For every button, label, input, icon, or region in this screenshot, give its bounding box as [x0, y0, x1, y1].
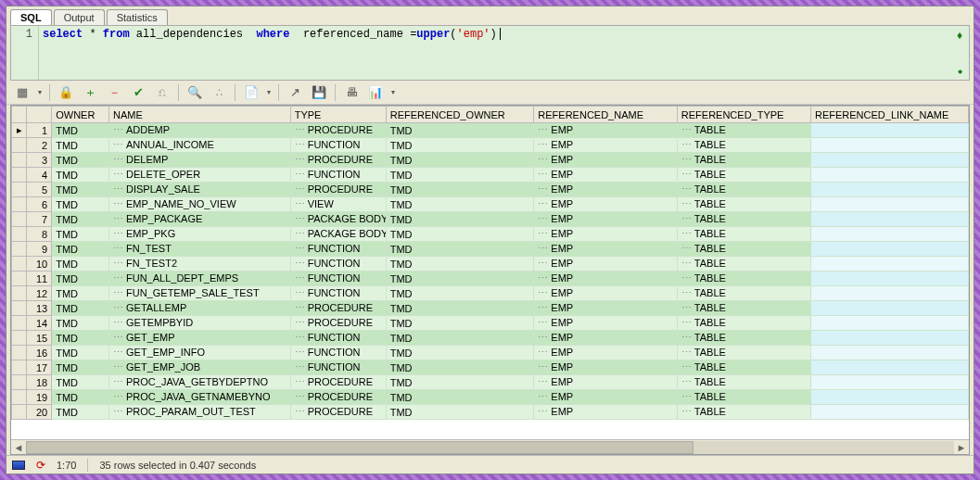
- cell-owner[interactable]: TMD: [52, 212, 109, 227]
- table-row[interactable]: 18TMD⋯PROC_JAVA_GETBYDEPTNO⋯PROCEDURETMD…: [12, 375, 969, 390]
- cell-ref-type[interactable]: ⋯TABLE: [677, 183, 810, 197]
- col-type[interactable]: TYPE: [290, 107, 386, 123]
- cell-ref-name[interactable]: ⋯EMP: [534, 227, 677, 242]
- nav-down-icon[interactable]: ⬥: [957, 64, 963, 77]
- cell-ref-type[interactable]: ⋯TABLE: [677, 390, 810, 405]
- cell-ref-owner[interactable]: TMD: [386, 138, 534, 153]
- cell-ref-owner[interactable]: TMD: [386, 153, 534, 168]
- cell-type[interactable]: ⋯FUNCTION: [290, 257, 386, 272]
- cell-ref-link[interactable]: [811, 346, 969, 360]
- cell-owner[interactable]: TMD: [52, 138, 109, 153]
- nav-up-icon[interactable]: ♦: [957, 29, 962, 42]
- cell-ref-link[interactable]: [811, 242, 969, 257]
- table-row[interactable]: 19TMD⋯PROC_JAVA_GETNAMEBYNO⋯PROCEDURETMD…: [12, 390, 969, 405]
- cell-name[interactable]: ⋯FN_TEST2: [109, 257, 291, 272]
- cell-ref-link[interactable]: [811, 183, 969, 197]
- cell-name[interactable]: ⋯FUN_GETEMP_SALE_TEST: [109, 286, 291, 301]
- cell-owner[interactable]: TMD: [52, 375, 109, 390]
- cell-type[interactable]: ⋯PROCEDURE: [290, 405, 386, 420]
- cell-ref-link[interactable]: [811, 316, 969, 331]
- cell-ref-link[interactable]: [811, 168, 969, 183]
- cell-type[interactable]: ⋯FUNCTION: [290, 286, 386, 301]
- cell-ref-type[interactable]: ⋯TABLE: [677, 286, 810, 301]
- scroll-left-icon[interactable]: ◄: [11, 442, 26, 453]
- cell-ref-owner[interactable]: TMD: [386, 242, 534, 257]
- cell-type[interactable]: ⋯PROCEDURE: [290, 183, 386, 197]
- tab-statistics[interactable]: Statistics: [107, 9, 168, 25]
- cell-owner[interactable]: TMD: [52, 360, 109, 375]
- cell-ref-owner[interactable]: TMD: [386, 123, 534, 138]
- cell-ref-name[interactable]: ⋯EMP: [534, 331, 677, 346]
- cell-name[interactable]: ⋯EMP_PKG: [109, 227, 291, 242]
- cell-type[interactable]: ⋯PACKAGE BODY: [290, 212, 386, 227]
- cell-ref-owner[interactable]: TMD: [386, 405, 534, 420]
- cell-name[interactable]: ⋯ANNUAL_INCOME: [109, 138, 291, 153]
- cell-ref-link[interactable]: [811, 257, 969, 272]
- cell-ref-name[interactable]: ⋯EMP: [534, 138, 677, 153]
- cell-ref-type[interactable]: ⋯TABLE: [677, 153, 810, 168]
- cell-owner[interactable]: TMD: [52, 316, 109, 331]
- cell-ref-link[interactable]: [811, 405, 969, 420]
- cell-name[interactable]: ⋯DISPLAY_SALE: [109, 183, 291, 197]
- cell-ref-type[interactable]: ⋯TABLE: [677, 227, 810, 242]
- cell-ref-link[interactable]: [811, 153, 969, 168]
- cell-name[interactable]: ⋯DELETE_OPER: [109, 168, 291, 183]
- cell-owner[interactable]: TMD: [52, 390, 109, 405]
- cell-ref-owner[interactable]: TMD: [386, 390, 534, 405]
- cell-ref-link[interactable]: [811, 301, 969, 316]
- cell-name[interactable]: ⋯FN_TEST: [109, 242, 291, 257]
- cell-type[interactable]: ⋯FUNCTION: [290, 331, 386, 346]
- cell-ref-link[interactable]: [811, 286, 969, 301]
- cell-ref-type[interactable]: ⋯TABLE: [677, 212, 810, 227]
- cell-name[interactable]: ⋯EMP_PACKAGE: [109, 212, 291, 227]
- cell-ref-name[interactable]: ⋯EMP: [534, 123, 677, 138]
- scroll-thumb[interactable]: [26, 441, 694, 454]
- cell-ref-name[interactable]: ⋯EMP: [534, 346, 677, 360]
- cell-owner[interactable]: TMD: [52, 123, 109, 138]
- table-row[interactable]: 2TMD⋯ANNUAL_INCOME⋯FUNCTIONTMD⋯EMP⋯TABLE: [12, 138, 969, 153]
- cell-ref-link[interactable]: [811, 212, 969, 227]
- table-row[interactable]: 16TMD⋯GET_EMP_INFO⋯FUNCTIONTMD⋯EMP⋯TABLE: [12, 346, 969, 360]
- lock-icon[interactable]: 🔒: [57, 84, 74, 101]
- cell-ref-type[interactable]: ⋯TABLE: [677, 242, 810, 257]
- cell-ref-owner[interactable]: TMD: [386, 375, 534, 390]
- cell-name[interactable]: ⋯ADDEMP: [109, 123, 291, 138]
- cell-name[interactable]: ⋯DELEMP: [109, 153, 291, 168]
- cell-owner[interactable]: TMD: [52, 153, 109, 168]
- tab-sql[interactable]: SQL: [10, 9, 52, 25]
- cell-ref-name[interactable]: ⋯EMP: [534, 168, 677, 183]
- cell-type[interactable]: ⋯FUNCTION: [290, 168, 386, 183]
- filter-icon[interactable]: ⛬: [210, 84, 227, 101]
- cell-ref-owner[interactable]: TMD: [386, 301, 534, 316]
- cell-ref-owner[interactable]: TMD: [386, 346, 534, 360]
- cell-owner[interactable]: TMD: [52, 242, 109, 257]
- cell-ref-owner[interactable]: TMD: [386, 227, 534, 242]
- cell-name[interactable]: ⋯PROC_JAVA_GETNAMEBYNO: [109, 390, 291, 405]
- cell-ref-link[interactable]: [811, 123, 969, 138]
- save-icon[interactable]: 💾: [311, 84, 327, 101]
- cell-ref-type[interactable]: ⋯TABLE: [677, 316, 810, 331]
- cell-owner[interactable]: TMD: [52, 331, 109, 346]
- cell-ref-link[interactable]: [811, 272, 969, 286]
- editor-code[interactable]: select * from all_dependencies where ref…: [39, 26, 950, 80]
- cell-ref-type[interactable]: ⋯TABLE: [677, 272, 810, 286]
- cell-ref-link[interactable]: [811, 197, 969, 212]
- cell-owner[interactable]: TMD: [52, 197, 109, 212]
- cell-ref-type[interactable]: ⋯TABLE: [677, 360, 810, 375]
- cell-name[interactable]: ⋯FUN_ALL_DEPT_EMPS: [109, 272, 291, 286]
- table-row[interactable]: 13TMD⋯GETALLEMP⋯PROCEDURETMD⋯EMP⋯TABLE: [12, 301, 969, 316]
- cell-owner[interactable]: TMD: [52, 168, 109, 183]
- cell-name[interactable]: ⋯GET_EMP_JOB: [109, 360, 291, 375]
- cell-owner[interactable]: TMD: [52, 301, 109, 316]
- col-ref-type[interactable]: REFERENCED_TYPE: [677, 107, 810, 123]
- delete-row-icon[interactable]: －: [106, 84, 122, 101]
- table-row[interactable]: ▸1TMD⋯ADDEMP⋯PROCEDURETMD⋯EMP⋯TABLE: [12, 123, 969, 138]
- col-name[interactable]: NAME: [109, 107, 291, 123]
- col-owner[interactable]: OWNER: [52, 107, 109, 123]
- table-row[interactable]: 17TMD⋯GET_EMP_JOB⋯FUNCTIONTMD⋯EMP⋯TABLE: [12, 360, 969, 375]
- cell-ref-link[interactable]: [811, 375, 969, 390]
- table-row[interactable]: 6TMD⋯EMP_NAME_NO_VIEW⋯VIEWTMD⋯EMP⋯TABLE: [12, 197, 969, 212]
- cell-ref-name[interactable]: ⋯EMP: [534, 360, 677, 375]
- cell-ref-name[interactable]: ⋯EMP: [534, 257, 677, 272]
- table-row[interactable]: 9TMD⋯FN_TEST⋯FUNCTIONTMD⋯EMP⋯TABLE: [12, 242, 969, 257]
